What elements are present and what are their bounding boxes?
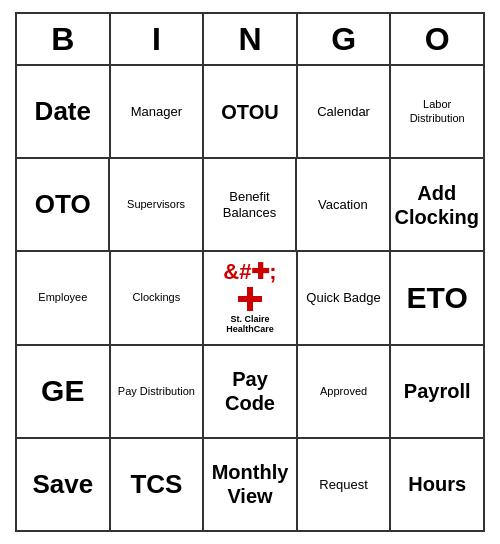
cell-1-4: Calendar (298, 66, 392, 157)
cell-5-2: TCS (111, 439, 205, 530)
cell-1-3: OTOU (204, 66, 298, 157)
cell-5-4: Request (298, 439, 392, 530)
bingo-card: B I N G O Date Manager OTOU Calendar Lab… (15, 12, 485, 532)
header-i: I (111, 14, 205, 64)
cell-2-2: Supervisors (110, 159, 203, 250)
cell-5-5: Hours (391, 439, 483, 530)
cell-5-1: Save (17, 439, 111, 530)
st-claire-logo: &#✚; St. ClaireHealthCare (223, 261, 276, 335)
cross-icon: &#✚; (223, 261, 276, 283)
cell-2-5: Add Clocking (391, 159, 483, 250)
bingo-grid: Date Manager OTOU Calendar Labor Distrib… (17, 66, 483, 530)
cell-4-5: Payroll (391, 346, 483, 437)
cell-5-3: Monthly View (204, 439, 298, 530)
bingo-row-1: Date Manager OTOU Calendar Labor Distrib… (17, 66, 483, 159)
cell-3-1: Employee (17, 252, 111, 343)
cell-3-5: ETO (391, 252, 483, 343)
cross-svg (236, 285, 264, 313)
bingo-row-4: GE Pay Distribution Pay Code Approved Pa… (17, 346, 483, 439)
header-g: G (298, 14, 392, 64)
cell-1-1: Date (17, 66, 111, 157)
cell-3-4: Quick Badge (298, 252, 392, 343)
bingo-row-3: Employee Clockings &#✚; St. ClaireHealth… (17, 252, 483, 345)
bingo-row-2: OTO Supervisors Benefit Balances Vacatio… (17, 159, 483, 252)
cell-3-2: Clockings (111, 252, 205, 343)
cell-4-4: Approved (298, 346, 392, 437)
header-o: O (391, 14, 483, 64)
cell-1-5: Labor Distribution (391, 66, 483, 157)
cell-2-1: OTO (17, 159, 110, 250)
cell-3-3-logo: &#✚; St. ClaireHealthCare (204, 252, 298, 343)
header-n: N (204, 14, 298, 64)
header-b: B (17, 14, 111, 64)
cell-1-2: Manager (111, 66, 205, 157)
st-claire-name: St. ClaireHealthCare (226, 315, 274, 335)
cell-2-3: Benefit Balances (204, 159, 297, 250)
cell-4-1: GE (17, 346, 111, 437)
svg-rect-1 (238, 296, 262, 302)
bingo-header: B I N G O (17, 14, 483, 66)
cell-2-4: Vacation (297, 159, 390, 250)
cell-4-3: Pay Code (204, 346, 298, 437)
bingo-row-5: Save TCS Monthly View Request Hours (17, 439, 483, 530)
cell-4-2: Pay Distribution (111, 346, 205, 437)
